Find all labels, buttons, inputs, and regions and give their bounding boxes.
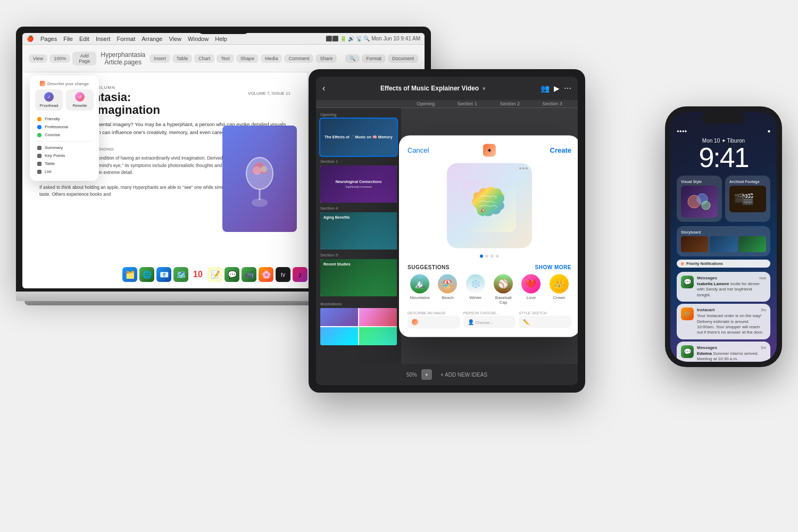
modal-cancel-btn[interactable]: Cancel — [408, 146, 429, 154]
iphone-screen: ●●●● ■ Mon 10 ✦ Tiburon 9:41 Visual Styl… — [670, 112, 777, 362]
share-btn[interactable]: Share — [315, 54, 337, 63]
document-btn[interactable]: Document — [388, 54, 418, 63]
keynote-canvas[interactable]: Cancel ✦ Create — [401, 108, 578, 364]
person-input[interactable]: 👤 Choose... — [463, 315, 516, 328]
view-menu[interactable]: View — [169, 36, 181, 42]
pages-menu[interactable]: Pages — [40, 36, 57, 42]
format-btn[interactable]: Format — [362, 54, 386, 63]
modal-header: Cancel ✦ Create — [408, 144, 571, 156]
edit-menu[interactable]: Edit — [79, 36, 89, 42]
collaborate-icon[interactable]: 👥 — [541, 84, 550, 93]
arrange-menu[interactable]: Arrange — [142, 36, 162, 42]
notif-content-3: Messages 5m Edwina Summer interns arrive… — [697, 345, 766, 362]
insert-menu[interactable]: Insert — [96, 36, 111, 42]
lockscreen-widgets: Visual Style Archival Footage — [677, 176, 770, 222]
comment-btn[interactable]: Comment — [284, 54, 313, 63]
proofread-btn[interactable]: ✓ Proofread — [35, 89, 63, 111]
modal-image-preview: 🎸 ♪ ✦ ✦ — [447, 163, 532, 248]
more-icon[interactable]: ⋯ — [564, 84, 571, 93]
dock-music[interactable]: ♪ — [293, 267, 307, 282]
presentation-title: Effects of Music Explainer Video ▾ — [329, 85, 536, 92]
add-page-btn[interactable]: Add Page — [72, 52, 96, 65]
dock-messages[interactable]: 💬 — [225, 267, 239, 282]
list-option[interactable]: List — [35, 168, 94, 176]
view-btn[interactable]: View — [29, 54, 47, 63]
dock-photos[interactable]: 🌸 — [259, 267, 273, 282]
rewrite-btn[interactable]: ↺ Rewrite — [66, 89, 94, 111]
suggestion-winter[interactable]: ❄️ Winter — [463, 274, 488, 304]
insert-btn[interactable]: Insert — [149, 54, 170, 63]
dock-facetime[interactable]: 📹 — [242, 267, 256, 282]
slide-thumb-1[interactable]: The Effects of 🎵Music on 🧠 Memory — [320, 119, 397, 156]
window-menu[interactable]: Window — [188, 36, 209, 42]
dock-notes[interactable]: 📝 — [207, 267, 222, 282]
play-icon[interactable]: ▶ — [554, 84, 560, 93]
visual-style-widget[interactable]: Visual Style — [677, 176, 722, 222]
format-menu[interactable]: Format — [117, 36, 135, 42]
dock-mail[interactable]: 📧 — [156, 267, 171, 282]
file-menu[interactable]: File — [63, 36, 73, 42]
dock-safari[interactable]: 🌐 — [139, 267, 154, 282]
slides-panel: Opening The Effects of 🎵Music on 🧠 Memor… — [316, 108, 401, 364]
notif-content-2: Instacart 3m Your Instacart order is on … — [697, 307, 766, 336]
slide-thumb-2[interactable]: Neurological Connections Significantly i… — [320, 165, 397, 203]
media-btn[interactable]: Media — [261, 54, 282, 63]
zoom-btn[interactable]: 100% — [49, 54, 70, 63]
shape-btn[interactable]: Shape — [236, 54, 259, 63]
dock-calendar[interactable]: 10 — [190, 267, 205, 282]
zoom-control[interactable]: + — [421, 369, 432, 380]
winter-icon: ❄️ — [466, 274, 485, 293]
modal-create-btn[interactable]: Create — [550, 146, 571, 154]
key-points-option[interactable]: Key Points — [35, 152, 94, 160]
back-btn[interactable]: ‹ — [322, 84, 325, 93]
professional-option[interactable]: Professional — [35, 123, 94, 131]
text-btn[interactable]: Text — [217, 54, 234, 63]
table-option[interactable]: Table — [35, 160, 94, 168]
zoom-level[interactable]: 50% — [406, 372, 417, 378]
dock-finder[interactable]: 🗂️ — [122, 267, 137, 282]
dock-maps[interactable]: 🗺️ — [173, 267, 188, 282]
slide-thumb-5[interactable] — [320, 308, 397, 345]
ai-writing-popup: Describe your change ✓ Proofread ↺ — [30, 76, 99, 181]
suggestion-love[interactable]: ❤️ Love — [519, 274, 543, 304]
table-btn[interactable]: Table — [172, 54, 193, 63]
notification-messages-1[interactable]: 💬 Messages now Isabella Lamore Invite fo… — [677, 272, 770, 302]
slide-thumb-4[interactable]: Recent Studies — [320, 259, 397, 296]
svg-text:✦: ✦ — [501, 190, 504, 195]
dock-appletv[interactable]: tv — [276, 267, 290, 282]
baseball-icon: ⚾ — [494, 274, 513, 293]
notification-messages-2[interactable]: 💬 Messages 5m Edwina Summer interns arri… — [677, 342, 770, 362]
notification-instacart[interactable]: 🛒 Instacart 3m Your Instacart order is o… — [677, 304, 770, 339]
svg-point-1 — [253, 167, 261, 175]
show-more-btn[interactable]: SHOW MORE — [535, 264, 571, 270]
dot-3[interactable] — [491, 254, 494, 257]
concise-option[interactable]: Concise — [35, 131, 94, 139]
notifications-area: Priority Notifications 💬 Messages now Is… — [677, 260, 770, 362]
modal-input-fields: DESCRIBE AN IMAGE PERSON CHOOSE... 👤 Cho… — [408, 311, 571, 328]
suggestion-beach[interactable]: 🏖️ Beach — [435, 274, 460, 304]
help-menu[interactable]: Help — [215, 36, 227, 42]
modal-more-options[interactable] — [519, 167, 528, 169]
keynote-toolbar: ‹ Effects of Music Explainer Video ▾ 👥 ▶… — [316, 77, 578, 100]
dot-4[interactable] — [496, 254, 499, 257]
iphone: ●●●● ■ Mon 10 ✦ Tiburon 9:41 Visual Styl… — [665, 106, 782, 367]
suggestion-mountains[interactable]: 🏔️ Mountains — [408, 274, 432, 304]
ipad-camera — [431, 77, 463, 80]
apple-menu[interactable]: 🍎 — [27, 35, 34, 42]
storyboard-widget[interactable]: Storyboard — [677, 226, 770, 256]
suggestion-baseball[interactable]: ⚾ Baseball Cap — [491, 274, 516, 304]
describe-input[interactable] — [408, 315, 460, 328]
slide-thumb-3[interactable]: Aging Benefits — [320, 212, 397, 250]
friendly-option[interactable]: Friendly — [35, 115, 94, 123]
dot-2[interactable] — [485, 254, 488, 257]
style-input[interactable]: ✏️ — [519, 315, 571, 328]
archival-footage-widget[interactable]: Archival Footage 🎬 — [725, 176, 770, 222]
chart-btn[interactable]: Chart — [194, 54, 214, 63]
summary-option[interactable]: Summary — [35, 144, 94, 152]
format-panel-btn[interactable]: 🔍 — [345, 54, 360, 63]
suggestion-crown[interactable]: 👑 Crown — [547, 274, 571, 304]
storyboard-label: Storyboard — [681, 230, 766, 234]
dot-1[interactable] — [480, 254, 483, 257]
svg-point-13 — [702, 201, 710, 210]
archival-footage-label: Archival Footage — [729, 180, 766, 184]
